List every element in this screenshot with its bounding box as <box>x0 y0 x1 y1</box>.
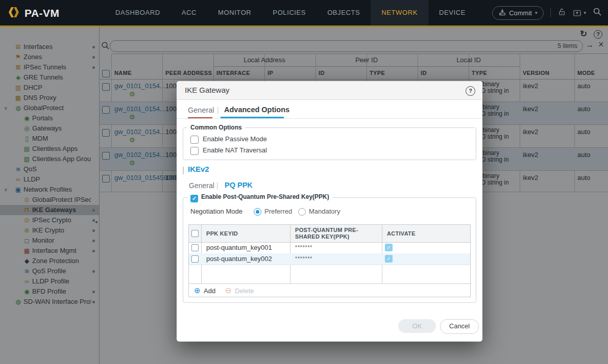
ppk-row-checkbox[interactable] <box>191 255 199 263</box>
commit-label: Commit <box>509 9 532 17</box>
ppk-row-checkbox[interactable] <box>191 244 199 251</box>
paloalto-logo-icon <box>7 6 20 21</box>
ppk-masked-key-cell[interactable]: ******* <box>295 256 312 262</box>
ikev2-tab-pq-ppk[interactable]: PQ PPK <box>225 181 253 189</box>
dialog-header: IKE Gateway ? <box>177 81 482 100</box>
ike-gateway-dialog: IKE Gateway ? General | Advanced Options… <box>177 81 482 342</box>
dialog-title: IKE Gateway <box>185 86 230 94</box>
nav-tab-dashboard[interactable]: DASHBOARD <box>105 0 171 25</box>
delete-icon[interactable]: ⊖ <box>225 286 232 295</box>
ppk-col-keyid: PPK KEYID <box>206 230 238 237</box>
ppk-fieldset: ✓Enable Post-Quantum Pre-Shared Key(PPK)… <box>183 197 476 303</box>
ppk-key-row[interactable]: post-quantum_key001 ******* ✓ <box>189 242 470 254</box>
ikev2-tab-general[interactable]: General <box>189 181 214 190</box>
ppk-keys-table: PPK KEYID POST-QUANTUM PRE-SHARED KEY(PP… <box>188 224 471 297</box>
ppk-legend: ✓Enable Post-Quantum Pre-Shared Key(PPK) <box>187 193 332 202</box>
common-options-legend: Common Options <box>187 124 245 131</box>
nav-tab-policies[interactable]: POLICIES <box>262 0 317 25</box>
pan-os-app: PA-VM DASHBOARD ACC MONITOR POLICIES OBJ… <box>0 0 608 364</box>
add-icon[interactable]: ⊕ <box>194 286 201 295</box>
section-accent-bar <box>183 167 184 174</box>
ppk-keyid-cell[interactable]: post-quantum_key001 <box>206 244 272 251</box>
nav-tab-device[interactable]: DEVICE <box>428 0 476 25</box>
main-nav: DASHBOARD ACC MONITOR POLICIES OBJECTS N… <box>105 0 476 25</box>
option-label: Enable Passive Mode <box>203 135 267 143</box>
help-glyph: ? <box>466 86 475 96</box>
tab-separator: | <box>217 106 219 114</box>
negotiation-mandatory-radio[interactable] <box>298 208 306 216</box>
ppk-legend-label: Enable Post-Quantum Pre-Shared Key(PPK) <box>201 193 329 200</box>
negotiation-mandatory-label: Mandatory <box>309 207 340 215</box>
ppk-select-all-checkbox[interactable] <box>191 230 199 237</box>
ikev2-section-heading: IKEv2 <box>188 165 209 173</box>
negotiation-preferred-radio[interactable] <box>254 208 261 216</box>
config-push-icon[interactable]: ▾ <box>573 9 586 17</box>
tab-separator: | <box>216 181 218 190</box>
nav-tab-acc[interactable]: ACC <box>171 0 207 25</box>
tab-general[interactable]: General <box>188 106 214 114</box>
delete-button[interactable]: Delete <box>235 287 254 295</box>
app-title: PA-VM <box>25 7 60 19</box>
ppk-masked-key-cell[interactable]: ******* <box>295 245 312 250</box>
commit-button[interactable]: Commit ▾ <box>492 6 544 20</box>
chevron-down-icon: ▾ <box>583 10 586 15</box>
nav-tab-objects[interactable]: OBJECTS <box>317 0 371 25</box>
common-options-fieldset: Common Options Enable Passive Mode Enabl… <box>183 127 476 160</box>
navbar-actions: Commit ▾ ▾ <box>492 0 602 25</box>
commit-icon <box>499 9 506 17</box>
ppk-table-footer: ⊕ Add ⊖ Delete <box>189 283 470 297</box>
tabs-divider <box>177 118 482 119</box>
nav-tab-monitor[interactable]: MONITOR <box>207 0 262 25</box>
enable-passive-mode-checkbox[interactable] <box>190 136 199 144</box>
ppk-key-row[interactable]: post-quantum_key002 ******* ✓ <box>189 253 470 265</box>
ppk-table-header: PPK KEYID POST-QUANTUM PRE-SHARED KEY(PP… <box>189 225 470 243</box>
tab-advanced-options[interactable]: Advanced Options <box>224 106 289 114</box>
global-search-icon[interactable] <box>593 7 602 18</box>
enable-ppk-checkbox[interactable]: ✓ <box>190 195 198 202</box>
ppk-col-key: POST-QUANTUM PRE-SHARED KEY(PPK) <box>295 227 376 240</box>
enable-nat-traversal-checkbox[interactable] <box>190 147 199 155</box>
ppk-activate-checkbox[interactable]: ✓ <box>385 244 393 251</box>
config-lock-icon[interactable] <box>557 8 566 18</box>
negotiation-mode-label: Negotiation Mode <box>190 207 242 215</box>
navbar-divider <box>550 8 551 17</box>
cancel-button[interactable]: Cancel <box>440 319 479 334</box>
enable-passive-mode-option: Enable Passive Mode <box>190 135 267 144</box>
nav-tab-network[interactable]: NETWORK <box>371 0 428 25</box>
ppk-keyid-cell[interactable]: post-quantum_key002 <box>206 255 272 263</box>
brand-logo: PA-VM <box>7 6 60 21</box>
option-label: Enable NAT Traversal <box>203 146 267 154</box>
dialog-help-icon[interactable]: ? <box>466 86 475 96</box>
ppk-activate-checkbox[interactable]: ✓ <box>385 255 393 263</box>
chevron-down-icon: ▾ <box>535 10 538 15</box>
ok-button[interactable]: OK <box>398 319 436 333</box>
add-button[interactable]: Add <box>204 287 215 295</box>
enable-nat-traversal-option: Enable NAT Traversal <box>190 146 267 155</box>
top-navbar: PA-VM DASHBOARD ACC MONITOR POLICIES OBJ… <box>0 0 608 27</box>
negotiation-preferred-label: Preferred <box>264 207 292 215</box>
ppk-col-activate: ACTIVATE <box>387 230 416 237</box>
